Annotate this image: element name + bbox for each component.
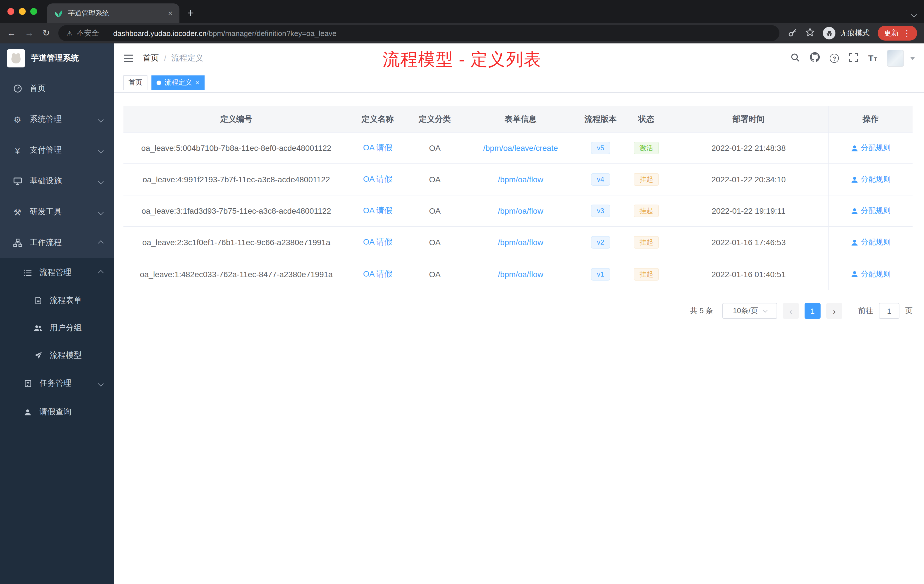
definition-name-link[interactable]: OA 请假	[363, 206, 393, 215]
sidebar-item-label: 请假查询	[40, 407, 71, 417]
definition-name-link[interactable]: OA 请假	[363, 174, 393, 183]
sidebar-item-user-group[interactable]: 用户分组	[0, 314, 114, 342]
font-size-icon[interactable]	[868, 54, 877, 62]
breadcrumb-current: 流程定义	[172, 53, 203, 63]
github-icon[interactable]	[810, 52, 820, 64]
tab-title: 芋道管理系统	[68, 8, 161, 18]
security-label[interactable]: 不安全	[77, 28, 99, 38]
assign-rule-link[interactable]: 分配规则	[851, 206, 891, 216]
form-link[interactable]: /bpm/oa/flow	[498, 238, 543, 247]
reload-button[interactable]	[42, 28, 50, 38]
sidebar-item-infrastructure[interactable]: 基础设施	[0, 166, 114, 196]
table-row: oa_leave:4:991f2193-7b7f-11ec-a3c8-acde4…	[124, 164, 912, 195]
app-window: 芋道管理系统 首页 ⚙ 系统管理 ¥ 支付管理	[0, 43, 924, 584]
definition-category: OA	[406, 238, 464, 247]
chevron-down-icon	[98, 209, 104, 215]
tags-view: 首页 流程定义	[114, 73, 924, 92]
sidebar-item-leave-query[interactable]: 请假查询	[0, 398, 114, 426]
page-size-select[interactable]: 10条/页	[722, 303, 777, 319]
definition-name-link[interactable]: OA 请假	[363, 237, 393, 246]
sidebar-collapse-icon[interactable]	[124, 54, 134, 63]
goto-page-input[interactable]	[879, 303, 899, 319]
minimize-window-button[interactable]	[19, 8, 26, 15]
avatar-caret-icon[interactable]	[910, 57, 915, 60]
page-content: 定义编号 定义名称 定义分类 表单信息 流程版本 状态 部署时间 操作 oa_l…	[114, 92, 924, 319]
user-avatar[interactable]	[887, 50, 904, 67]
password-key-icon[interactable]	[788, 28, 797, 39]
sidebar-item-devtools[interactable]: ⚒ 研发工具	[0, 196, 114, 228]
table-header: 定义编号 定义名称 定义分类 表单信息 流程版本 状态 部署时间 操作	[124, 106, 912, 133]
sidebar-item-task-management[interactable]: 任务管理	[0, 369, 114, 398]
status-badge: 挂起	[634, 205, 659, 217]
sidebar-item-label: 系统管理	[30, 114, 62, 125]
tag-process-definition[interactable]: 流程定义	[152, 75, 205, 90]
definition-id: oa_leave:4:991f2193-7b7f-11ec-a3c8-acde4…	[124, 175, 349, 184]
forward-button[interactable]	[25, 28, 34, 38]
version-badge: v1	[591, 268, 610, 280]
chevron-up-icon	[98, 270, 104, 276]
definition-name-link[interactable]: OA 请假	[363, 269, 393, 278]
sidebar-item-process-model[interactable]: 流程模型	[0, 342, 114, 369]
search-icon[interactable]	[790, 52, 800, 64]
sidebar-item-process-form[interactable]: 流程表单	[0, 287, 114, 314]
browser-menu-icon[interactable]	[903, 28, 911, 38]
sidebar-item-payment[interactable]: ¥ 支付管理	[0, 135, 114, 166]
assign-rule-link[interactable]: 分配规则	[851, 237, 891, 247]
sidebar-logo[interactable]: 芋道管理系统	[0, 43, 114, 73]
assign-rule-link[interactable]: 分配规则	[851, 269, 891, 279]
tag-home[interactable]: 首页	[124, 75, 147, 90]
tab-close-icon[interactable]	[166, 8, 175, 18]
address-bar[interactable]: 不安全 dashboard.yudao.iocoder.cn/bpm/manag…	[59, 25, 779, 41]
back-button[interactable]	[7, 28, 16, 38]
browser-tab[interactable]: 芋道管理系统	[47, 3, 180, 23]
definition-name-link[interactable]: OA 请假	[363, 143, 393, 152]
chevron-down-icon	[98, 117, 104, 122]
zoom-window-button[interactable]	[30, 8, 37, 15]
sidebar-item-label: 研发工具	[30, 207, 62, 217]
sidebar-item-home[interactable]: 首页	[0, 73, 114, 104]
person-icon	[851, 239, 858, 246]
bookmark-star-icon[interactable]	[805, 27, 815, 39]
person-icon	[851, 207, 858, 214]
version-badge: v2	[591, 236, 610, 249]
assign-rule-label: 分配规则	[861, 143, 891, 153]
incognito-indicator: 无痕模式	[823, 27, 870, 40]
tab-search-icon[interactable]	[912, 8, 916, 19]
column-header: 流程版本	[578, 114, 624, 124]
chevron-down-icon	[762, 308, 767, 313]
chevron-down-icon	[98, 178, 104, 184]
sidebar-item-label: 首页	[30, 83, 46, 94]
column-header: 状态	[624, 114, 669, 124]
assign-rule-link[interactable]: 分配规则	[851, 174, 891, 185]
fullscreen-icon[interactable]	[849, 52, 858, 64]
assign-rule-link[interactable]: 分配规则	[851, 143, 891, 153]
sidebar-item-label: 基础设施	[30, 176, 62, 186]
close-window-button[interactable]	[7, 8, 14, 15]
gear-icon: ⚙	[13, 115, 22, 124]
sidebar-item-label: 流程模型	[50, 350, 82, 361]
column-header: 定义名称	[349, 114, 406, 124]
next-page-button[interactable]: ›	[826, 303, 842, 319]
definition-id: oa_leave:1:482ec033-762a-11ec-8477-a2380…	[124, 269, 349, 279]
form-link[interactable]: /bpm/oa/flow	[498, 269, 543, 279]
page-number-current[interactable]: 1	[805, 303, 820, 319]
tag-close-icon[interactable]	[195, 79, 200, 86]
chrome-update-button[interactable]: 更新	[878, 26, 917, 41]
clipboard-icon	[23, 379, 33, 388]
sidebar-item-process-management[interactable]: 流程管理	[0, 258, 114, 287]
workflow-submenu: 流程管理 流程表单 用户分组	[0, 258, 114, 584]
definition-id: oa_leave:5:004b710b-7b8a-11ec-8ef0-acde4…	[124, 144, 349, 153]
assign-rule-label: 分配规则	[861, 206, 891, 216]
prev-page-button[interactable]: ‹	[783, 303, 799, 319]
new-tab-button[interactable]	[187, 7, 194, 18]
breadcrumb-home[interactable]: 首页	[143, 53, 159, 63]
chevron-down-icon	[98, 381, 104, 386]
screen: 芋道管理系统 不安全 dashboard.yudao.iocoder.cn/bp…	[0, 0, 924, 584]
form-link[interactable]: /bpm/oa/flow	[498, 175, 543, 184]
sidebar-item-workflow[interactable]: 工作流程	[0, 228, 114, 258]
form-link[interactable]: /bpm/oa/leave/create	[483, 144, 558, 153]
form-link[interactable]: /bpm/oa/flow	[498, 206, 543, 215]
status-badge: 激活	[634, 142, 659, 154]
help-icon[interactable]	[830, 54, 839, 63]
sidebar-item-system[interactable]: ⚙ 系统管理	[0, 104, 114, 135]
